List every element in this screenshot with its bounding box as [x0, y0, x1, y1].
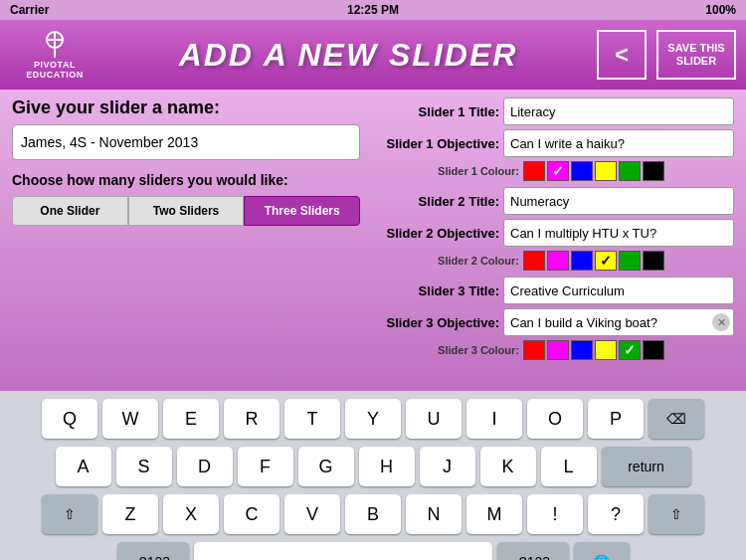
slider2-colour-swatches: ✓: [523, 251, 664, 271]
slider3-objective-label: Slider 3 Objective:: [370, 315, 499, 330]
shift-key-right[interactable]: ⇧: [649, 494, 704, 534]
swatch-green-1[interactable]: [619, 161, 641, 181]
slider2-title-row: Slider 2 Title:: [370, 187, 734, 215]
swatch-red-1[interactable]: [523, 161, 545, 181]
key-d[interactable]: D: [177, 447, 233, 486]
return-key[interactable]: return: [602, 447, 691, 486]
three-sliders-button[interactable]: Three Sliders: [244, 196, 360, 226]
slider3-colour-row: Slider 3 Colour: ✓: [370, 340, 734, 360]
two-sliders-button[interactable]: Two Sliders: [128, 196, 245, 226]
slider1-title-label: Slider 1 Title:: [370, 104, 499, 119]
left-panel: Give your slider a name: Choose how many…: [12, 97, 360, 383]
key-x[interactable]: X: [163, 494, 219, 534]
keyboard-icon-key[interactable]: 🌐: [574, 542, 630, 560]
slider1-colour-swatches: ✓: [523, 161, 664, 181]
slider3-colour-swatches: ✓: [523, 340, 664, 360]
key-c[interactable]: C: [224, 494, 280, 534]
swatch-blue-3[interactable]: [571, 340, 593, 360]
back-button[interactable]: <: [597, 30, 647, 80]
slider2-title-input[interactable]: [503, 187, 734, 215]
swatch-magenta-2[interactable]: [547, 251, 569, 271]
slider3-title-row: Slider 3 Title:: [370, 277, 734, 304]
main-content: Give your slider a name: Choose how many…: [0, 90, 746, 391]
key-z[interactable]: Z: [102, 494, 158, 534]
key-v[interactable]: V: [284, 494, 340, 534]
logo-text: PIVOTAL EDUCATION: [10, 60, 99, 80]
logo-area: PIVOTAL EDUCATION: [10, 30, 99, 80]
slider1-title-input[interactable]: [503, 97, 734, 125]
key-s[interactable]: S: [116, 447, 172, 486]
slider2-colour-label: Slider 2 Colour:: [430, 255, 519, 267]
key-u[interactable]: U: [406, 399, 462, 439]
swatch-magenta-1[interactable]: ✓: [547, 161, 569, 181]
slider2-objective-input[interactable]: [503, 219, 734, 247]
status-bar: Carrier 12:25 PM 100%: [0, 0, 746, 20]
key-g[interactable]: G: [298, 447, 354, 486]
swatch-black-3[interactable]: [643, 340, 664, 360]
key-m[interactable]: M: [466, 494, 522, 534]
clear-objective3-button[interactable]: ✕: [712, 313, 730, 331]
shift-key-left[interactable]: ⇧: [42, 494, 97, 534]
key-q[interactable]: Q: [42, 399, 97, 439]
swatch-black-1[interactable]: [643, 161, 664, 181]
save-label: SAVE THISSLIDER: [667, 42, 724, 68]
swatch-yellow-1[interactable]: [595, 161, 617, 181]
key-f[interactable]: F: [238, 447, 293, 486]
swatch-red-3[interactable]: [523, 340, 545, 360]
swatch-black-2[interactable]: [643, 251, 664, 271]
num-key-right[interactable]: .?123: [497, 542, 569, 560]
slider2-objective-row: Slider 2 Objective:: [370, 219, 734, 247]
swatch-green-2[interactable]: [619, 251, 641, 271]
slider1-objective-row: Slider 1 Objective:: [370, 129, 734, 157]
slider-count-label: Choose how many sliders you would like:: [12, 172, 360, 188]
logo-icon: [35, 30, 75, 60]
slider-name-input[interactable]: [12, 124, 360, 160]
slider2-objective-label: Slider 2 Objective:: [370, 226, 499, 241]
slider3-title-label: Slider 3 Title:: [370, 283, 499, 298]
key-r[interactable]: R: [224, 399, 280, 439]
key-n[interactable]: N: [406, 494, 462, 534]
keyboard: Q W E R T Y U I O P ⌫ A S D F G H J K L …: [0, 391, 746, 560]
save-button[interactable]: SAVE THISSLIDER: [656, 30, 736, 80]
key-o[interactable]: O: [527, 399, 583, 439]
key-p[interactable]: P: [588, 399, 644, 439]
carrier-text: Carrier: [10, 3, 49, 17]
swatch-magenta-3[interactable]: [547, 340, 569, 360]
slider3-objective-input[interactable]: [503, 308, 734, 336]
key-question[interactable]: ?: [588, 494, 644, 534]
keyboard-row-4: .?123 .?123 🌐: [4, 542, 742, 560]
one-slider-button[interactable]: One Slider: [12, 196, 128, 226]
delete-key[interactable]: ⌫: [649, 399, 704, 439]
key-a[interactable]: A: [56, 447, 111, 486]
space-key[interactable]: [194, 542, 492, 560]
key-y[interactable]: Y: [345, 399, 401, 439]
keyboard-row-3: ⇧ Z X C V B N M ! ? ⇧: [4, 494, 742, 534]
slider2-title-label: Slider 2 Title:: [370, 194, 499, 209]
slider1-colour-row: Slider 1 Colour: ✓: [370, 161, 734, 181]
battery-text: 100%: [705, 3, 736, 17]
key-e[interactable]: E: [163, 399, 219, 439]
swatch-red-2[interactable]: [523, 251, 545, 271]
num-key-left[interactable]: .?123: [117, 542, 189, 560]
key-j[interactable]: J: [420, 447, 475, 486]
key-b[interactable]: B: [345, 494, 401, 534]
right-panel: Slider 1 Title: Slider 1 Objective: Slid…: [370, 97, 734, 383]
key-h[interactable]: H: [359, 447, 415, 486]
swatch-green-3[interactable]: ✓: [619, 340, 641, 360]
swatch-yellow-3[interactable]: [595, 340, 617, 360]
key-i[interactable]: I: [466, 399, 522, 439]
slider3-objective-row: Slider 3 Objective: ✕: [370, 308, 734, 336]
swatch-blue-1[interactable]: [571, 161, 593, 181]
slider3-objective-input-container: ✕: [503, 308, 734, 336]
swatch-yellow-2[interactable]: ✓: [595, 251, 617, 271]
key-l[interactable]: L: [541, 447, 597, 486]
slider3-title-input[interactable]: [503, 277, 734, 304]
slider2-colour-row: Slider 2 Colour: ✓: [370, 251, 734, 271]
key-exclaim[interactable]: !: [527, 494, 583, 534]
key-w[interactable]: W: [102, 399, 158, 439]
swatch-blue-2[interactable]: [571, 251, 593, 271]
slider1-objective-input[interactable]: [503, 129, 734, 157]
key-t[interactable]: T: [284, 399, 340, 439]
key-k[interactable]: K: [480, 447, 536, 486]
name-label: Give your slider a name:: [12, 97, 360, 118]
